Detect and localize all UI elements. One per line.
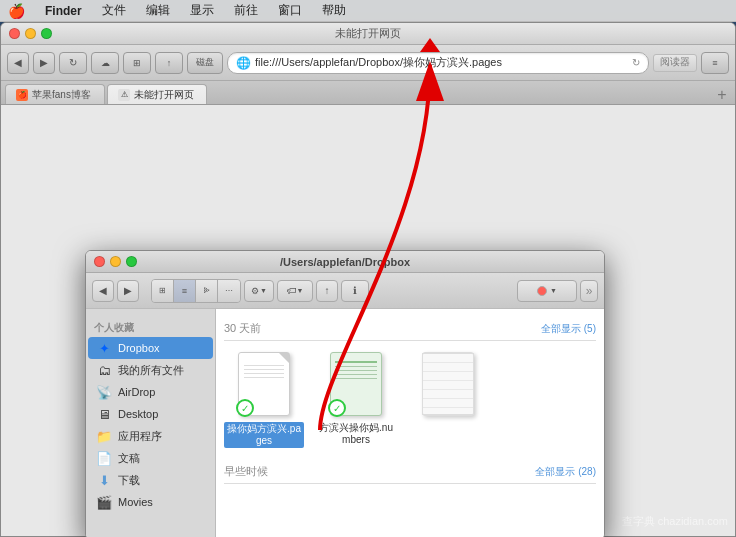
- status-dot: [537, 286, 547, 296]
- sidebar-item-dropbox[interactable]: ✦ Dropbox: [88, 337, 213, 359]
- documents-icon: 📄: [96, 450, 112, 466]
- menu-edit[interactable]: 编辑: [142, 2, 174, 19]
- sidebar-item-all-files-label: 我的所有文件: [118, 363, 184, 378]
- new-tab-button[interactable]: +: [713, 86, 731, 104]
- finder-sidebar: 个人收藏 ✦ Dropbox 🗂 我的所有文件 📡 AirDrop 🖥 Desk…: [86, 309, 216, 537]
- generic-file-icon: [422, 352, 474, 416]
- menu-file[interactable]: 文件: [98, 2, 130, 19]
- finder-close-button[interactable]: [94, 256, 105, 267]
- sidebar-item-movies-label: Movies: [118, 496, 153, 508]
- applications-icon: 📁: [96, 428, 112, 444]
- finder-window-title: /Users/applefan/Dropbox: [86, 256, 604, 268]
- section2-show-all[interactable]: 全部显示 (28): [535, 465, 596, 479]
- url-globe-icon: 🌐: [236, 56, 251, 70]
- desktop-icon: 🖥: [96, 406, 112, 422]
- safari-toolbar: ◀ ▶ ↻ ☁ ⊞ ↑ 磁盘 🌐 file:///Users/applefan/…: [1, 45, 735, 81]
- menu-help[interactable]: 帮助: [318, 2, 350, 19]
- file-item-generic[interactable]: [408, 349, 488, 448]
- close-button[interactable]: [9, 28, 20, 39]
- pages-file-checkmark: ✓: [236, 399, 254, 417]
- watermark-text: 查字典 chazidian.com: [622, 514, 728, 529]
- label-icon: 🏷: [287, 285, 297, 296]
- finder-minimize-button[interactable]: [110, 256, 121, 267]
- forward-nav-button[interactable]: ▶: [117, 280, 139, 302]
- movies-icon: 🎬: [96, 494, 112, 510]
- reload-button[interactable]: ↻: [59, 52, 87, 74]
- section1-date: 30 天前: [224, 321, 261, 336]
- section1-show-all[interactable]: 全部显示 (5): [541, 322, 596, 336]
- label-dropdown-icon: ▼: [297, 287, 304, 294]
- status-dropdown-icon: ▼: [550, 287, 557, 294]
- section2-date: 早些时候: [224, 464, 268, 479]
- gear-action-button[interactable]: ⚙ ▼: [244, 280, 274, 302]
- sidebar-item-dropbox-label: Dropbox: [118, 342, 160, 354]
- tab-2[interactable]: ⚠ 未能打开网页: [107, 84, 207, 104]
- icon-view-button[interactable]: ⊞: [152, 280, 174, 302]
- finder-maximize-button[interactable]: [126, 256, 137, 267]
- list-view-button[interactable]: ≡: [174, 280, 196, 302]
- gear-dropdown-icon: ▼: [260, 287, 267, 294]
- safari-tabs: 🍎 苹果fans博客 ⚠ 未能打开网页 +: [1, 81, 735, 105]
- file-grid-recent: ✓ 操你妈方滨兴.pages: [224, 349, 596, 448]
- finder-window: /Users/applefan/Dropbox ◀ ▶ ⊞ ≡ ⫸ ⋯ ⚙ ▼ …: [85, 250, 605, 537]
- menubar: 🍎 Finder 文件 编辑 显示 前往 窗口 帮助: [0, 0, 736, 22]
- sidebar-item-downloads[interactable]: ⬇ 下载: [88, 469, 213, 491]
- finder-toolbar: ◀ ▶ ⊞ ≡ ⫸ ⋯ ⚙ ▼ 🏷 ▼ ↑ ℹ ▼ »: [86, 273, 604, 309]
- column-view-button[interactable]: ⫸: [196, 280, 218, 302]
- sidebar-item-downloads-label: 下载: [118, 473, 140, 488]
- sidebar-item-applications[interactable]: 📁 应用程序: [88, 425, 213, 447]
- info-button[interactable]: ℹ: [341, 280, 369, 302]
- all-files-icon: 🗂: [96, 362, 112, 378]
- tab-1[interactable]: 🍎 苹果fans博客: [5, 84, 105, 104]
- disk-button[interactable]: 磁盘: [187, 52, 223, 74]
- coverflow-view-button[interactable]: ⋯: [218, 280, 240, 302]
- section2-header: 早些时候 全部显示 (28): [224, 460, 596, 484]
- cloud-button[interactable]: ☁: [91, 52, 119, 74]
- sidebar-item-documents[interactable]: 📄 文稿: [88, 447, 213, 469]
- finder-body: 个人收藏 ✦ Dropbox 🗂 我的所有文件 📡 AirDrop 🖥 Desk…: [86, 309, 604, 537]
- maximize-button[interactable]: [41, 28, 52, 39]
- back-nav-button[interactable]: ◀: [92, 280, 114, 302]
- finder-traffic-lights: [94, 256, 137, 267]
- safari-titlebar: 未能打开网页: [1, 23, 735, 45]
- view-mode-buttons: ⊞ ≡ ⫸ ⋯: [151, 279, 241, 303]
- safari-url-bar[interactable]: 🌐 file:///Users/applefan/Dropbox/操你妈方滨兴.…: [227, 52, 649, 74]
- status-toggle-button[interactable]: ▼: [517, 280, 577, 302]
- apple-menu-icon[interactable]: 🍎: [8, 3, 25, 19]
- expand-button[interactable]: »: [580, 280, 598, 302]
- sidebar-item-desktop-label: Desktop: [118, 408, 158, 420]
- menu-go[interactable]: 前往: [230, 2, 262, 19]
- sidebar-item-airdrop[interactable]: 📡 AirDrop: [88, 381, 213, 403]
- url-refresh-icon[interactable]: ↻: [632, 57, 640, 68]
- gear-icon: ⚙: [251, 286, 259, 296]
- sidebar-item-movies[interactable]: 🎬 Movies: [88, 491, 213, 513]
- menu-window[interactable]: 窗口: [274, 2, 306, 19]
- tab2-favicon: ⚠: [118, 89, 130, 101]
- file-item-pages[interactable]: ✓ 操你妈方滨兴.pages: [224, 349, 304, 448]
- forward-button[interactable]: ▶: [33, 52, 55, 74]
- dropbox-icon: ✦: [96, 340, 112, 356]
- share-button[interactable]: ↑: [155, 52, 183, 74]
- app-name-menu[interactable]: Finder: [41, 4, 86, 18]
- sidebar-item-all-files[interactable]: 🗂 我的所有文件: [88, 359, 213, 381]
- menu-view[interactable]: 显示: [186, 2, 218, 19]
- pages-file-lines: [244, 357, 284, 381]
- reader-button[interactable]: 阅读器: [653, 54, 697, 72]
- minimize-button[interactable]: [25, 28, 36, 39]
- back-button[interactable]: ◀: [7, 52, 29, 74]
- finder-titlebar: /Users/applefan/Dropbox: [86, 251, 604, 273]
- sidebar-toggle-button[interactable]: ≡: [701, 52, 729, 74]
- numbers-file-icon-wrapper: ✓: [326, 349, 386, 419]
- sidebar-item-documents-label: 文稿: [118, 451, 140, 466]
- safari-window-title: 未能打开网页: [1, 26, 735, 41]
- url-text: file:///Users/applefan/Dropbox/操你妈方滨兴.pa…: [255, 55, 628, 70]
- label-button[interactable]: 🏷 ▼: [277, 280, 313, 302]
- finder-content-area: 30 天前 全部显示 (5): [216, 309, 604, 537]
- sidebar-item-desktop[interactable]: 🖥 Desktop: [88, 403, 213, 425]
- file-item-numbers[interactable]: ✓ 方滨兴操你妈.numbers: [316, 349, 396, 448]
- sidebar-item-applications-label: 应用程序: [118, 429, 162, 444]
- share-action-button[interactable]: ↑: [316, 280, 338, 302]
- pages-file-icon-wrapper: ✓: [234, 349, 294, 419]
- grid-button[interactable]: ⊞: [123, 52, 151, 74]
- tab1-favicon: 🍎: [16, 89, 28, 101]
